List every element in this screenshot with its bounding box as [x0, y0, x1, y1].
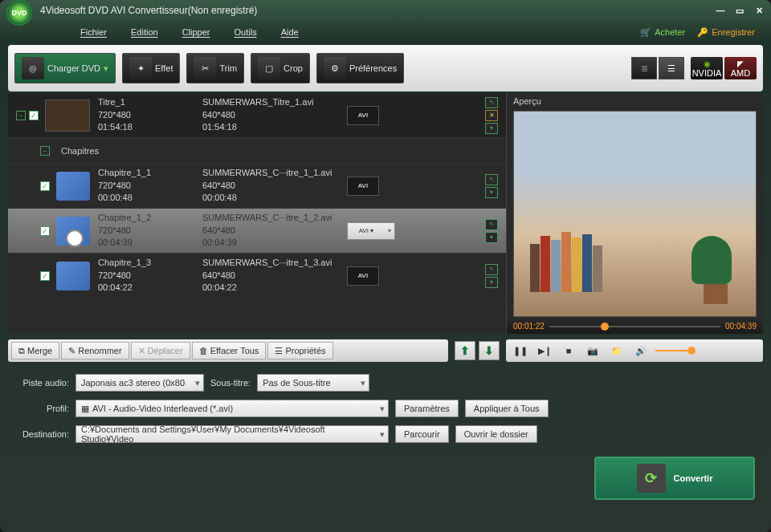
apply-all-button[interactable]: Appliquer à Tous [465, 400, 549, 417]
open-dest-folder-button[interactable]: Ouvrir le dossier [455, 425, 537, 443]
pause-button[interactable]: ❚❚ [511, 343, 530, 359]
view-detail-button[interactable]: ☰ [659, 57, 684, 79]
list-row-selected[interactable]: ✓ Chapitre_1_2 720*480 00:04:39 SUMMERWA… [8, 209, 506, 254]
output-dur: 00:04:39 [202, 237, 347, 249]
format-dropdown[interactable]: AVI ▾ [347, 222, 395, 240]
list-row-title[interactable]: − ✓ Titre_1 720*480 01:54:18 SUMMERWARS_… [8, 93, 506, 138]
file-list-panel: − ✓ Titre_1 720*480 01:54:18 SUMMERWARS_… [8, 93, 506, 334]
effect-icon: ✦ [129, 57, 152, 79]
volume-icon[interactable]: 🔊 [631, 343, 651, 359]
convert-button[interactable]: ⟳ Convertir [594, 457, 755, 500]
crop-button[interactable]: ▢ Crop [251, 53, 310, 83]
collapse-toggle[interactable]: − [16, 111, 26, 120]
output-dur: 00:00:48 [202, 192, 347, 204]
list-icon: ≣ [641, 63, 648, 74]
profile-dropdown[interactable]: ▦AVI - Audio-Video Interleaved (*.avi) [75, 400, 389, 417]
minimize-button[interactable]: — [715, 5, 726, 16]
row-edit-button[interactable]: ↖ [485, 264, 498, 275]
buy-link[interactable]: 🛒Acheter [640, 27, 685, 38]
collapse-toggle[interactable]: − [40, 146, 50, 156]
list-action-toolbar: ⧉Merge ✎Renommer ✕Déplacer 🗑Effacer Tous… [8, 339, 448, 362]
rename-button[interactable]: ✎Renommer [61, 342, 128, 359]
move-up-button[interactable]: ⬆ [455, 341, 475, 360]
convert-icon: ⟳ [637, 464, 666, 493]
row-checkbox[interactable]: ✓ [29, 111, 39, 120]
app-window: DVD 4Videosoft DVD AVI Convertisseur(Non… [0, 0, 771, 532]
register-link[interactable]: 🔑Enregistrer [697, 27, 755, 38]
properties-button[interactable]: ☰Propriétés [267, 342, 332, 359]
item-name: Titre_1 [98, 96, 202, 108]
nvidia-badge: ◉NVIDIA [691, 57, 723, 79]
snapshot-button[interactable]: 📷 [583, 343, 602, 359]
row-down-button[interactable]: ▾ [485, 123, 498, 134]
stop-button[interactable]: ■ [559, 343, 578, 359]
menu-help[interactable]: Aide [281, 27, 299, 37]
timeline: 00:01:22 00:04:39 [507, 319, 763, 334]
item-dur: 00:04:39 [98, 237, 202, 249]
format-badge[interactable]: AVI [347, 266, 379, 286]
x-icon: ✕ [138, 346, 145, 356]
row-delete-button[interactable]: ✕ [485, 110, 498, 121]
open-folder-button[interactable]: 📁 [607, 343, 626, 359]
load-dvd-button[interactable]: ◎ Charger DVD ▾ [14, 53, 116, 83]
output-dur: 00:04:22 [202, 282, 347, 294]
destination-field[interactable]: C:¥Documents and Settings¥User¥My Docume… [75, 425, 389, 443]
subtitle-dropdown[interactable]: Pas de Sous-titre [257, 374, 369, 392]
maximize-button[interactable]: ▭ [734, 5, 745, 16]
preferences-button[interactable]: ⚙ Préférences [316, 53, 404, 83]
menu-file[interactable]: Fichier [80, 27, 107, 37]
settings-panel: Piste audio: Japonais ac3 stereo (0x80 S… [8, 374, 763, 443]
row-checkbox[interactable]: ✓ [40, 181, 50, 191]
step-button[interactable]: ▶❙ [535, 343, 554, 359]
row-edit-button[interactable]: ↖ [485, 174, 498, 185]
chapter-icon [56, 172, 90, 201]
row-checkbox[interactable]: ✓ [40, 226, 50, 236]
dvd-icon: ◎ [22, 57, 44, 79]
row-down-button[interactable]: ▾ [485, 232, 498, 243]
effect-button[interactable]: ✦ Effet [122, 53, 180, 83]
chevron-down-icon: ▾ [104, 63, 108, 74]
menubar: Fichier Edition Clipper Outils Aide 🛒Ach… [0, 21, 771, 43]
titlebar: DVD 4Videosoft DVD AVI Convertisseur(Non… [0, 0, 771, 21]
close-button[interactable]: ✕ [753, 5, 765, 16]
crop-icon: ▢ [258, 57, 280, 79]
preview-video [513, 111, 757, 317]
output-name: SUMMERWARS_C···itre_1_1.avi [202, 167, 347, 179]
amd-badge: ◤AMD [724, 57, 757, 79]
item-res: 720*480 [98, 270, 202, 282]
volume-slider[interactable] [655, 350, 696, 351]
clear-all-button[interactable]: 🗑Effacer Tous [192, 342, 267, 359]
chapter-icon-playing [56, 217, 90, 246]
properties-icon: ☰ [275, 346, 283, 356]
app-logo-icon: DVD [6, 0, 32, 26]
row-down-button[interactable]: ▾ [485, 187, 498, 198]
list-row[interactable]: ✓ Chapitre_1_3 720*480 00:04:22 SUMMERWA… [8, 254, 506, 298]
move-button[interactable]: ✕Déplacer [131, 342, 190, 359]
row-edit-button[interactable]: ↖ [485, 97, 498, 108]
menu-tools[interactable]: Outils [235, 27, 257, 37]
audio-track-dropdown[interactable]: Japonais ac3 stereo (0x80 [75, 374, 204, 392]
format-badge[interactable]: AVI [347, 106, 379, 125]
menu-clipper[interactable]: Clipper [182, 27, 210, 37]
row-checkbox[interactable]: ✓ [40, 271, 50, 281]
chapter-icon [56, 262, 90, 290]
output-name: SUMMERWARS_C···itre_1_3.avi [202, 257, 347, 269]
seek-slider[interactable] [549, 326, 720, 327]
chapters-header: − Chapitres [8, 138, 506, 164]
row-edit-button[interactable]: ↖ [485, 219, 498, 230]
playback-toolbar: ❚❚ ▶❙ ■ 📷 📁 🔊 [506, 339, 763, 362]
trim-button[interactable]: ✂ Trim [186, 53, 244, 83]
list-row[interactable]: ✓ Chapitre_1_1 720*480 00:00:48 SUMMERWA… [8, 164, 506, 209]
format-badge[interactable]: AVI [347, 177, 379, 196]
main-toolbar: ◎ Charger DVD ▾ ✦ Effet ✂ Trim ▢ Crop ⚙ … [8, 45, 763, 91]
audio-track-label: Piste audio: [8, 378, 69, 388]
params-button[interactable]: Paramètres [395, 400, 459, 417]
view-list-button[interactable]: ≣ [631, 57, 657, 79]
window-title: 4Videosoft DVD AVI Convertisseur(Non enr… [40, 5, 715, 16]
menu-edit[interactable]: Edition [131, 27, 158, 37]
output-res: 640*480 [202, 180, 347, 192]
merge-button[interactable]: ⧉Merge [11, 342, 59, 359]
move-down-button[interactable]: ⬇ [479, 341, 500, 360]
row-down-button[interactable]: ▾ [485, 277, 498, 288]
browse-button[interactable]: Parcourir [395, 425, 449, 443]
